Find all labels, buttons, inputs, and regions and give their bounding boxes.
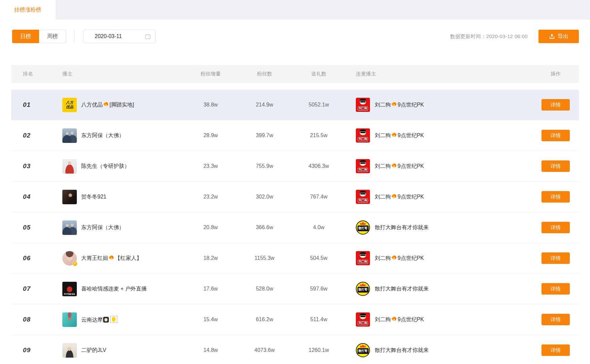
data-update-time: 数据更新时间：2020-03-12 06:00 xyxy=(450,33,528,40)
fans-increase-value: 23.3w xyxy=(184,163,238,169)
rank-cell: 02 xyxy=(11,132,49,139)
fans-increase-value: 18.2w xyxy=(184,255,238,261)
table-row[interactable]: 01 八方优品 八方优品[脚踏实地] 38.8w 214.9w 5052.1w … xyxy=(11,90,579,120)
cohost-avatar: 散打哥 xyxy=(356,282,370,296)
gifts-value: 511.4w xyxy=(291,316,346,323)
fans-increase-value: 17.6w xyxy=(184,286,238,292)
date-value: 2020-03-11 xyxy=(95,33,145,39)
rank-cell: 09 xyxy=(11,346,49,354)
table-header: 排名 播主 粉丝增量 粉丝数 送礼数 连麦播主 操作 xyxy=(11,65,579,83)
table-row[interactable]: 08 云南达摩 15.4w 616.2w 511.4w 刘二狗 刘二狗9点世纪P… xyxy=(11,304,579,335)
table-row[interactable]: 03 陈先生（专研护肤） 23.3w 755.9w 4306.3w 刘二狗 刘二… xyxy=(11,151,579,182)
fans-total-value: 4073.6w xyxy=(238,347,291,353)
broadcaster-avatar xyxy=(62,190,77,204)
cohost-cell: 刘二狗 刘二狗9点世纪PK xyxy=(346,251,532,265)
fire-emoji xyxy=(392,255,397,261)
broadcaster-avatar xyxy=(62,343,77,358)
fans-total-value: 366.6w xyxy=(238,224,291,231)
tab-guabang-zhangfenbang[interactable]: 挂榜涨粉榜 xyxy=(0,0,56,20)
woman-emoji xyxy=(103,317,109,323)
table-row[interactable]: 05 东方阿保（大佛） 20.8w 366.6w 4.0w 散打哥 散打大舞台有… xyxy=(11,212,579,243)
daily-rank-button[interactable]: 日榜 xyxy=(12,30,39,43)
avatar-image xyxy=(62,128,77,143)
broadcaster-avatar xyxy=(62,159,77,174)
content-area: 日榜 周榜 2020-03-11 数据更新时间：2020-03-12 06:00 xyxy=(0,30,590,364)
date-picker-input[interactable]: 2020-03-11 xyxy=(83,30,156,43)
broadcaster-cell: 东方阿保（大佛） xyxy=(49,220,184,235)
avatar-image xyxy=(62,159,77,174)
broadcaster-avatar xyxy=(62,128,77,143)
avatar-image xyxy=(62,312,77,327)
cohost-cell: 刘二狗 刘二狗9点世纪PK xyxy=(346,159,532,173)
cohost-cell: 散打哥 散打大舞台有才你就来 xyxy=(346,220,532,235)
header-rank: 排名 xyxy=(11,71,49,77)
table-row[interactable]: 02 东方阿保（大佛） 28.9w 399.7w 215.5w 刘二狗 刘二狗9… xyxy=(11,120,579,151)
rank-number: 02 xyxy=(11,132,31,139)
broadcaster-avatar xyxy=(62,312,77,327)
fans-total-value: 616.2w xyxy=(238,316,291,323)
cohost-avatar-label: 散打哥 xyxy=(358,287,369,293)
placeholder-emoji xyxy=(110,316,117,323)
table-row[interactable]: 07 FITNESS 喜哈哈情感连麦 + 户外直播 17.6w 528.0w 5… xyxy=(11,274,579,304)
gifts-value: 504.5w xyxy=(291,255,346,261)
header-fans-total: 粉丝数 xyxy=(238,71,291,77)
broadcaster-cell: FITNESS 喜哈哈情感连麦 + 户外直播 xyxy=(49,282,184,296)
cohost-name: 散打大舞台有才你就来 xyxy=(375,347,429,354)
rank-number: 04 xyxy=(11,193,31,201)
gifts-value: 1260.1w xyxy=(291,347,346,353)
fire-emoji xyxy=(104,101,108,107)
broadcaster-cell: V 大胃王红姐【红家人】 xyxy=(49,251,184,266)
detail-button[interactable]: 详情 xyxy=(541,130,570,141)
broadcaster-avatar xyxy=(62,220,77,235)
cohost-avatar-label: 散打哥 xyxy=(358,348,369,354)
detail-button[interactable]: 详情 xyxy=(541,160,570,172)
broadcaster-name: 云南达摩 xyxy=(81,316,117,324)
fire-emoji xyxy=(392,163,397,169)
detail-button[interactable]: 详情 xyxy=(541,252,570,264)
detail-button[interactable]: 详情 xyxy=(541,344,570,356)
fans-total-value: 528.0w xyxy=(238,286,291,292)
header-gifts: 送礼数 xyxy=(291,71,346,77)
cohost-name: 散打大舞台有才你就来 xyxy=(375,224,429,231)
rank-cell: 06 xyxy=(11,254,49,262)
header-action: 操作 xyxy=(532,71,579,77)
cohost-cell: 刘二狗 刘二狗9点世纪PK xyxy=(346,98,532,112)
fire-emoji xyxy=(392,101,397,107)
broadcaster-name: 贺冬冬921 xyxy=(81,193,106,201)
broadcaster-cell: 八方优品 八方优品[脚踏实地] xyxy=(49,98,184,112)
detail-button[interactable]: 详情 xyxy=(541,191,570,203)
broadcaster-cell: 贺冬冬921 xyxy=(49,190,184,204)
cohost-avatar: 刘二狗 xyxy=(356,128,370,143)
period-toggle: 日榜 周榜 xyxy=(12,30,66,43)
detail-button[interactable]: 详情 xyxy=(541,314,570,325)
cohost-avatar: 刘二狗 xyxy=(356,251,370,265)
cohost-avatar: 刘二狗 xyxy=(356,159,370,173)
action-cell: 详情 xyxy=(532,99,579,111)
table-row[interactable]: 04 贺冬冬921 23.2w 302.0w 767.4w 刘二狗 刘二狗9点世… xyxy=(11,182,579,212)
cohost-avatar-label: 散打哥 xyxy=(358,225,369,231)
calendar-icon[interactable] xyxy=(145,34,151,39)
table-body: 01 八方优品 八方优品[脚踏实地] 38.8w 214.9w 5052.1w … xyxy=(11,90,579,364)
broadcaster-avatar: V xyxy=(62,251,77,266)
detail-button[interactable]: 详情 xyxy=(541,222,570,233)
rank-cell: 01 xyxy=(11,101,49,109)
broadcaster-cell: 云南达摩 xyxy=(49,312,184,327)
weekly-rank-button[interactable]: 周榜 xyxy=(39,30,66,43)
cohost-avatar: 刘二狗 xyxy=(356,98,370,112)
detail-button[interactable]: 详情 xyxy=(541,283,570,295)
detail-button[interactable]: 详情 xyxy=(541,99,570,111)
table-row[interactable]: 09 二驴的JLV 14.8w 4073.6w 1260.1w 散打哥 散打大舞… xyxy=(11,335,579,364)
fans-total-value: 755.9w xyxy=(238,163,291,169)
rank-number: 09 xyxy=(11,346,31,354)
cohost-cell: 刘二狗 刘二狗9点世纪PK xyxy=(346,190,532,204)
export-button[interactable]: 导出 xyxy=(538,30,579,43)
cohost-avatar: 刘二狗 xyxy=(356,312,370,327)
crown-shape xyxy=(360,344,366,347)
fans-increase-value: 14.8w xyxy=(184,347,238,353)
gifts-value: 215.5w xyxy=(291,132,346,139)
table-row[interactable]: 06 V 大胃王红姐【红家人】 18.2w 1155.3w 504.5w 刘二狗… xyxy=(11,243,579,274)
glasses-shape xyxy=(360,316,366,317)
fans-total-value: 1155.3w xyxy=(238,255,291,261)
cohost-name: 刘二狗9点世纪PK xyxy=(375,101,424,109)
action-cell: 详情 xyxy=(532,344,579,356)
